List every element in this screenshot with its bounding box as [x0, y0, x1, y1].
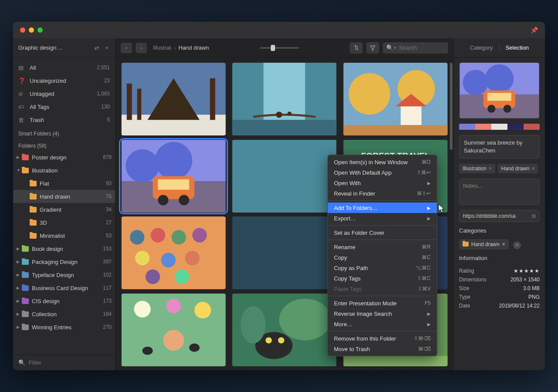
- menu-item[interactable]: Add To Folders…▶: [328, 203, 437, 213]
- search-input[interactable]: [399, 44, 472, 51]
- add-library-icon[interactable]: ＋: [104, 44, 110, 52]
- menu-item[interactable]: Copy⌘C: [328, 252, 437, 263]
- disclosure-icon[interactable]: ▶: [17, 312, 22, 316]
- search-box[interactable]: 🔍▾: [383, 42, 448, 54]
- folder-row[interactable]: Gradient34: [13, 203, 115, 216]
- tag-chip[interactable]: Hand drawn×: [498, 164, 538, 173]
- grid-item[interactable]: [343, 63, 448, 135]
- svg-point-53: [194, 302, 211, 318]
- zoom-slider[interactable]: [260, 47, 299, 49]
- scrollbar[interactable]: [450, 63, 453, 150]
- grid-item[interactable]: [231, 294, 337, 366]
- sort-button[interactable]: ⇅: [350, 42, 363, 54]
- sidebar-item-uncategorized[interactable]: ❓Uncategorized23: [13, 74, 115, 87]
- open-url-icon[interactable]: ⧉: [532, 213, 536, 219]
- folder-row[interactable]: ▶Packaging Design397: [13, 255, 115, 268]
- color-swatch[interactable]: [491, 124, 507, 130]
- color-swatch[interactable]: [524, 124, 540, 130]
- filter-button[interactable]: [366, 42, 379, 54]
- svg-point-41: [175, 270, 189, 284]
- color-swatch[interactable]: [475, 124, 491, 130]
- breadcrumb[interactable]: Illustrat › Hand drawn: [153, 44, 209, 51]
- disclosure-icon[interactable]: ▶: [17, 273, 22, 277]
- menu-item[interactable]: Rename⌘R: [328, 242, 437, 252]
- menu-item[interactable]: Open Item(s) in New Window⌘O: [328, 157, 437, 167]
- remove-tag-icon[interactable]: ×: [531, 166, 534, 172]
- disclosure-icon[interactable]: ▶: [17, 299, 22, 303]
- menu-item[interactable]: More…▶: [328, 319, 437, 329]
- color-swatch[interactable]: [459, 124, 475, 130]
- grid-item[interactable]: [121, 216, 226, 289]
- folder-row[interactable]: Flat93: [13, 177, 115, 190]
- filter-input[interactable]: [29, 359, 110, 366]
- add-category-button[interactable]: ＋: [513, 241, 521, 249]
- disclosure-icon[interactable]: ▶: [17, 260, 22, 264]
- menu-item[interactable]: Set as Folder Cover: [328, 227, 437, 238]
- item-name-field[interactable]: Summer sea breeze by SakuraChen: [459, 135, 540, 159]
- folder-row[interactable]: ▶Collection164: [13, 308, 115, 321]
- sidebar-item-alltags[interactable]: 🏷All Tags130: [13, 100, 115, 113]
- nav-forward-button[interactable]: ›: [136, 43, 147, 53]
- rating-stars[interactable]: ★★★★★: [514, 268, 540, 274]
- folder-row[interactable]: ▼Illustration: [13, 164, 115, 177]
- toolbar: ‹ › Illustrat › Hand drawn ⇅ 🔍▾: [116, 38, 453, 57]
- close-window-icon[interactable]: [20, 27, 25, 33]
- disclosure-icon[interactable]: ▶: [17, 155, 22, 159]
- menu-item[interactable]: Remove from this Folder⇧⌘⌫: [328, 333, 437, 344]
- categories-label: Categories: [459, 227, 540, 234]
- grid-item[interactable]: [121, 294, 226, 366]
- folder-row[interactable]: ▶Poster design879: [13, 151, 115, 164]
- menu-item[interactable]: Copy as Path⌥⌘C: [328, 263, 437, 273]
- remove-category-icon[interactable]: ×: [502, 241, 505, 247]
- sidebar-item-all[interactable]: ▤All2,551: [13, 61, 115, 74]
- pin-icon[interactable]: 📌: [531, 27, 538, 34]
- svg-point-76: [504, 105, 511, 113]
- information-label: Information: [459, 255, 540, 261]
- nav-back-button[interactable]: ‹: [121, 43, 132, 53]
- color-swatches[interactable]: [459, 124, 540, 130]
- disclosure-icon[interactable]: ▶: [17, 286, 22, 290]
- swap-library-icon[interactable]: ⇄: [94, 44, 99, 51]
- menu-item[interactable]: Enter Presentation ModeF5: [328, 298, 437, 308]
- grid-item-selected[interactable]: [121, 140, 226, 213]
- remove-tag-icon[interactable]: ×: [489, 166, 492, 172]
- fullscreen-window-icon[interactable]: [37, 27, 43, 33]
- grid-item[interactable]: [231, 216, 337, 289]
- notes-field[interactable]: Notes...: [459, 179, 540, 205]
- folder-icon: [30, 207, 37, 213]
- menu-item[interactable]: Open With Default App⇧⌘↩: [328, 167, 437, 178]
- folder-row[interactable]: Hand drawn76: [13, 190, 115, 203]
- disclosure-icon[interactable]: ▶: [17, 247, 22, 251]
- menu-item[interactable]: Export…▶: [328, 213, 437, 223]
- menu-item[interactable]: Reverse Image Search▶: [328, 308, 437, 319]
- folder-row[interactable]: ▶Book design153: [13, 242, 115, 255]
- folder-row[interactable]: ▶Typeface Design102: [13, 268, 115, 281]
- tag-chip[interactable]: Illustration×: [459, 164, 495, 173]
- menu-item[interactable]: Move to Trash⌘⌫: [328, 344, 437, 354]
- minimize-window-icon[interactable]: [29, 27, 34, 33]
- folder-row[interactable]: ▶Winning Entries270: [13, 321, 115, 334]
- grid-item[interactable]: [231, 140, 337, 213]
- menu-item[interactable]: Copy Tags⇧⌘C: [328, 273, 437, 284]
- category-chip[interactable]: Hand drawn×: [459, 239, 509, 250]
- preview-thumbnail[interactable]: [459, 63, 540, 118]
- folder-row[interactable]: Minimalist53: [13, 229, 115, 242]
- library-switcher[interactable]: Graphic design ... ⇄ ＋: [13, 38, 115, 57]
- tab-selection[interactable]: Selection: [500, 44, 535, 51]
- disclosure-icon[interactable]: ▼: [17, 168, 22, 172]
- grid-item[interactable]: [121, 63, 226, 135]
- folder-row[interactable]: 3D27: [13, 216, 115, 229]
- color-swatch[interactable]: [507, 124, 524, 130]
- folder-row[interactable]: ▶Business Card Design117: [13, 281, 115, 294]
- sidebar-item-trash[interactable]: 🗑Trash5: [13, 113, 115, 126]
- grid-item[interactable]: [231, 63, 337, 135]
- folder-row[interactable]: ▶CIS design173: [13, 294, 115, 308]
- sidebar-item-untagged[interactable]: ⊘Untagged1,083: [13, 87, 115, 100]
- search-icon: 🔍: [386, 44, 393, 51]
- svg-point-36: [192, 228, 207, 242]
- disclosure-icon[interactable]: ▶: [17, 325, 22, 329]
- url-field[interactable]: https://dribbble.com/sa⧉: [459, 210, 540, 222]
- menu-item[interactable]: Open With▶: [328, 178, 437, 188]
- menu-item[interactable]: Reveal in Finder⌘⇧↩: [328, 188, 437, 199]
- sidebar-filter[interactable]: 🔍: [13, 355, 115, 370]
